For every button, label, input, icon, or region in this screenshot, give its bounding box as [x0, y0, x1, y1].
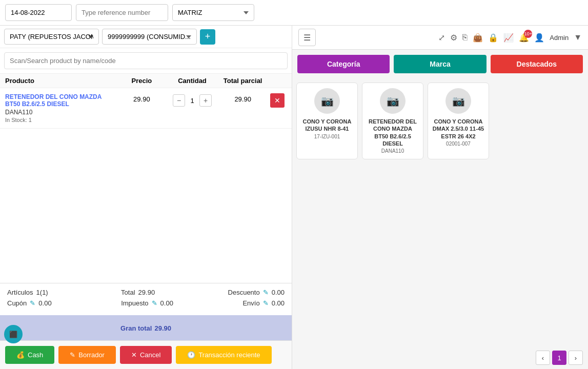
envio-label: Envío — [242, 299, 259, 307]
product-name[interactable]: RETENEDOR DEL CONO MAZDA BT50 B2.6/2.5 D… — [5, 93, 116, 108]
qty-cell: − 1 + — [167, 93, 218, 107]
product-code: DANA110 — [5, 109, 116, 116]
impuesto-edit-icon[interactable]: ✎ — [152, 299, 157, 307]
cupon-label: Cupón — [7, 299, 27, 307]
header-icons-right: ⤢ ⚙ ⎘ 👜 🔒 📈 🔔 10+ 👤 Admin ▼ — [438, 33, 582, 43]
lock-icon[interactable]: 🔒 — [488, 33, 498, 43]
notification-icon[interactable]: 🔔 10+ — [519, 33, 529, 43]
qty-value: 1 — [187, 97, 197, 105]
settings-icon[interactable]: ⚙ — [450, 33, 457, 43]
articulos-value: 1(1) — [36, 289, 48, 296]
articulos-item: Artículos 1(1) — [7, 289, 48, 296]
next-page-button[interactable]: › — [569, 351, 583, 365]
col-total-header: Total parcial — [217, 77, 268, 85]
envio-value: 0.00 — [272, 299, 285, 307]
product-card-code-2: 02001-007 — [432, 141, 484, 147]
price-cell: 29.90 — [116, 93, 167, 103]
descuento-value: 0.00 — [272, 289, 285, 296]
search-input[interactable] — [4, 52, 288, 69]
qty-decrease-button[interactable]: − — [173, 94, 185, 107]
table-header: Producto Precio Cantidad Total parcial — [0, 74, 292, 88]
admin-label[interactable]: Admin — [550, 34, 569, 42]
branch-select[interactable]: MATRIZ — [172, 4, 254, 21]
recent-button[interactable]: 🕐 Transacción reciente — [176, 346, 271, 364]
draft-label: Borrador — [78, 351, 105, 359]
right-panel: ☰ ⤢ ⚙ ⎘ 👜 🔒 📈 🔔 10+ 👤 Admin ▼ Categoría … — [292, 26, 588, 369]
floating-action-icon[interactable]: ⬛ — [4, 325, 23, 343]
date-input[interactable] — [5, 4, 72, 21]
left-panel: PATY (REPUESTOS JACOME) 9999999999 (CONS… — [0, 26, 292, 369]
total-cell: 29.90 — [217, 93, 268, 103]
descuento-item: Descuento ✎ 0.00 — [228, 289, 285, 296]
menu-icon-button[interactable]: ☰ — [298, 29, 316, 46]
destacados-button[interactable]: Destacados — [491, 55, 583, 73]
products-grid: 📷 CONO Y CORONA IZUSU NHR 8-41 17-IZU-00… — [292, 78, 588, 346]
product-card-name-1: RETENEDOR DEL CONO MAZDA BT50 B2.6/2.5 D… — [367, 118, 419, 147]
product-info: RETENEDOR DEL CONO MAZDA BT50 B2.6/2.5 D… — [5, 93, 116, 123]
total-item: Total 29.90 — [121, 289, 155, 296]
right-header: ☰ ⤢ ⚙ ⎘ 👜 🔒 📈 🔔 10+ 👤 Admin ▼ — [292, 26, 588, 50]
user-icon: 👤 — [534, 33, 544, 43]
cancel-icon: ✕ — [131, 351, 137, 359]
cancel-label: Cancel — [140, 351, 160, 359]
col-action-header — [268, 77, 287, 85]
marca-button[interactable]: Marca — [394, 55, 486, 73]
admin-chevron-icon[interactable]: ▼ — [574, 33, 582, 42]
impuesto-label: Impuesto — [121, 299, 148, 307]
envio-item: Envío ✎ 0.00 — [242, 299, 285, 307]
search-row — [0, 48, 292, 74]
top-bar: MATRIZ — [0, 0, 588, 26]
prev-page-button[interactable]: ‹ — [536, 351, 550, 365]
add-button[interactable]: + — [200, 29, 215, 45]
delete-cell: ✕ — [268, 93, 287, 108]
draft-button[interactable]: ✎ Borrador — [58, 346, 116, 364]
chart-icon[interactable]: 📈 — [503, 33, 514, 43]
total-value: 29.90 — [138, 289, 155, 296]
recent-label: Transacción reciente — [198, 351, 260, 359]
categoria-button[interactable]: Categoría — [297, 55, 390, 73]
grand-total-value: 29.90 — [154, 324, 171, 332]
product-card-code-0: 17-IZU-001 — [301, 134, 353, 139]
cupon-edit-icon[interactable]: ✎ — [30, 299, 35, 307]
descuento-label: Descuento — [228, 289, 260, 296]
cancel-button[interactable]: ✕ Cancel — [120, 346, 172, 364]
product-card-code-1: DANA110 — [367, 148, 419, 154]
reference-input[interactable] — [76, 4, 168, 21]
page-1-button[interactable]: 1 — [552, 351, 566, 365]
main-layout: PATY (REPUESTOS JACOME) 9999999999 (CONS… — [0, 26, 588, 369]
product-card-2[interactable]: 📷 CONO Y CORONA DMAX 2.5/3.0 11-45 ESTR … — [428, 83, 489, 159]
barcode-icon: ⬛ — [9, 331, 17, 338]
customer-select[interactable]: PATY (REPUESTOS JACOME) — [4, 29, 99, 45]
category-row: Categoría Marca Destacados — [292, 50, 588, 78]
cupon-value: 0.00 — [38, 299, 51, 307]
payment-select[interactable]: 9999999999 (CONSUMID... — [102, 29, 197, 45]
impuesto-item: Impuesto ✎ 0.00 — [121, 299, 173, 307]
pagination: ‹ 1 › — [292, 346, 588, 369]
recent-icon: 🕐 — [187, 351, 195, 359]
envio-edit-icon[interactable]: ✎ — [263, 299, 269, 307]
left-top-row: PATY (REPUESTOS JACOME) 9999999999 (CONS… — [0, 26, 292, 48]
expand-icon[interactable]: ⤢ — [438, 33, 445, 43]
notification-badge: 10+ — [524, 30, 532, 38]
articulos-label: Artículos — [7, 289, 33, 296]
summary: Artículos 1(1) Total 29.90 Descuento ✎ 0… — [0, 283, 292, 315]
cupon-item: Cupón ✎ 0.00 — [7, 299, 52, 307]
table-row: RETENEDOR DEL CONO MAZDA BT50 B2.6/2.5 D… — [0, 88, 292, 129]
product-card-1[interactable]: 📷 RETENEDOR DEL CONO MAZDA BT50 B2.6/2.5… — [362, 83, 423, 159]
grand-total-label: Gran total — [120, 324, 152, 332]
product-card-name-2: CONO Y CORONA DMAX 2.5/3.0 11-45 ESTR 26… — [432, 118, 484, 140]
col-qty-header: Cantidad — [167, 77, 218, 85]
cash-button[interactable]: 💰 Cash — [5, 346, 54, 364]
wallet-icon[interactable]: 👜 — [473, 33, 483, 43]
qty-increase-button[interactable]: + — [199, 94, 212, 107]
cash-label: Cash — [28, 351, 43, 359]
product-stock: In Stock: 1 — [5, 117, 116, 123]
descuento-edit-icon[interactable]: ✎ — [263, 289, 269, 296]
copy-icon[interactable]: ⎘ — [462, 33, 468, 42]
col-product-header: Producto — [5, 77, 116, 85]
product-card-0[interactable]: 📷 CONO Y CORONA IZUSU NHR 8-41 17-IZU-00… — [296, 83, 358, 159]
total-label: Total — [121, 289, 135, 296]
product-image-0: 📷 — [314, 88, 340, 114]
product-card-name-0: CONO Y CORONA IZUSU NHR 8-41 — [301, 118, 353, 133]
delete-row-button[interactable]: ✕ — [270, 93, 285, 108]
